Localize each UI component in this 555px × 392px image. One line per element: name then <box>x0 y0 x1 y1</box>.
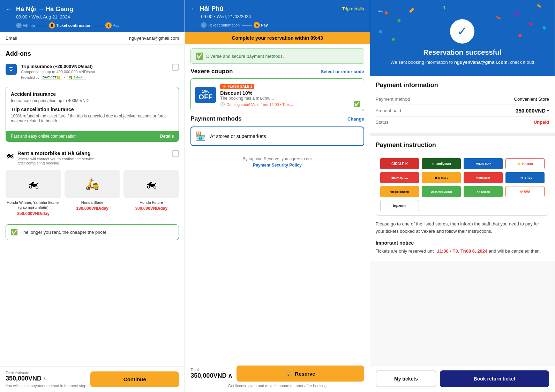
pm-title: Payment methods <box>190 115 241 122</box>
step-check-icon: ✓ <box>16 23 22 28</box>
fptshop-logo[interactable]: FPT Shop <box>505 172 545 183</box>
p2-total-label: Total <box>190 368 232 372</box>
p2-route-title: Hải Phú <box>200 5 338 13</box>
celebration-banner: ← ✓ Reservation successful We sent booki… <box>370 0 555 76</box>
p2-progress-steps: ✓ Ticket confirmation —— 6 Pay <box>201 22 364 28</box>
panel-success: ← ✓ Reservation successful We sent booki… <box>370 0 555 392</box>
motorbike-section: 🏍 Rent a motorbike at Hà Giang Vexere wi… <box>0 146 185 220</box>
pm-option[interactable]: 🏪 At stores or supermarkets <box>190 126 364 146</box>
tgdd-logo[interactable]: thegioididong <box>380 186 419 197</box>
pm-header: Payment methods Change <box>190 115 364 122</box>
panel1-footer: Total estimate 350,000VND ∧ You will sel… <box>0 366 185 392</box>
terms-prefix: By tapping Reserve, you agree to our <box>243 156 312 161</box>
important-notice-title: Important notice <box>376 240 549 246</box>
timer-clock-icon: 🕐 <box>220 102 225 107</box>
p2-back-arrow-icon[interactable]: ← <box>190 6 196 12</box>
insurance-desc: Compensation up to 400,000,000 VND/seat <box>21 70 168 74</box>
insurance-checkbox[interactable] <box>172 64 179 71</box>
p2-step-check-icon: ✓ <box>201 22 207 28</box>
pinst-title: Payment instruction <box>376 141 549 149</box>
trip-details-link[interactable]: Trip details <box>342 6 364 11</box>
terms-link[interactable]: Payment Security Policy <box>253 163 301 168</box>
continue-button[interactable]: Continue <box>90 371 179 387</box>
panel1-header: ← Hà Nội → Hà Giang 09:00 • Wed, Aug 21,… <box>0 0 185 32</box>
moto-price-2: 180.000VND/day <box>65 206 120 211</box>
success-description: We sent booking information to nguyenvan… <box>377 59 548 66</box>
reserve-lock-icon: 🔒 <box>285 370 292 377</box>
p2-header-top: ← Hải Phú Trip details <box>190 5 364 13</box>
coupon-desc: The booking has a maximu... <box>220 96 359 101</box>
panel-payment: ← Hải Phú Trip details 09:00 • Wed, 21/0… <box>185 0 370 392</box>
notice-time: 11:30 • T3, Th08 6, 2024 <box>437 248 487 254</box>
p2-step-ticket-label: Ticket confirmation <box>208 23 240 27</box>
addons-title: Add-ons <box>0 45 185 61</box>
moto-card-2: 🛵 Honda Blade 180.000VND/day <box>65 170 120 216</box>
insurance-icon: 🛡 <box>6 64 17 75</box>
payment-instruction-section: Payment instruction CIRCLE K ≡ FamilyMar… <box>370 136 555 260</box>
vinmart-logo[interactable]: ⭐ VinMart <box>505 158 545 169</box>
pi-status-label: Status <box>376 120 389 125</box>
coupon-header: Vexere coupon Select or enter code <box>190 68 364 75</box>
countdown-bar: Complete your reservation within 09:43 <box>185 32 369 44</box>
motorbike-info: 🏍 Rent a motorbike at Hà Giang Vexere wi… <box>6 150 94 165</box>
ministop-logo[interactable]: MINISTOP <box>464 158 503 169</box>
provider-label: Provided by <box>21 76 39 79</box>
p3-back-arrow-icon[interactable]: ← <box>377 7 384 15</box>
details-link[interactable]: Details <box>160 134 174 139</box>
pi-method-value: Convenient Store <box>514 97 549 102</box>
pi-status-value: Unpaid <box>534 120 549 125</box>
panel1-content: Add-ons 🛡 Trip insurance (+20.000VND/sea… <box>0 45 185 392</box>
payment-info-section: Payment information Payment method Conve… <box>370 76 555 136</box>
book-return-button[interactable]: Book return ticket <box>440 370 549 387</box>
reserve-label: Reserve <box>295 371 315 377</box>
pi-row-amount: Amount paid 350,000VND ▾ <box>376 105 549 117</box>
p2-step-num: 6 <box>254 22 260 28</box>
accident-desc: Insurance compensation up to 400M VND <box>11 98 174 103</box>
ankang-logo[interactable]: An Khang <box>464 186 503 197</box>
topzone-logo[interactable]: topzone <box>380 200 419 211</box>
saladin-logo: 🌿 Saladin <box>67 75 87 80</box>
my-tickets-button[interactable]: My tickets <box>376 370 436 387</box>
p2-price-caret: ∧ <box>228 372 232 379</box>
moto-name-2: Honda Blade <box>65 200 120 205</box>
success-desc-prefix: We sent booking information to <box>390 60 453 65</box>
coupon-percent: 10% <box>198 90 213 93</box>
email-value: nguyenvana@gmail.com <box>129 36 179 41</box>
circlek-logo[interactable]: CIRCLE K <box>380 158 419 169</box>
notice-text: Tickets are only reserved until 11:30 • … <box>376 248 549 255</box>
progress-steps: ✓ Fill info —— 6 Ticket confirmation —— … <box>16 22 179 29</box>
motorbike-title: Rent a motorbike at Hà Giang <box>17 150 94 156</box>
pi-amount-value: 350,000VND ▾ <box>516 108 549 114</box>
viettelpost-logo[interactable]: viettelpost <box>464 172 503 183</box>
panel3-footer: My tickets Book return ticket <box>370 365 555 392</box>
moto-grid: 🏍 Honda Winner, Yamaha Exciter (giao ngầ… <box>6 170 179 216</box>
reserve-button[interactable]: 🔒 Reserve <box>237 366 364 382</box>
accident-title: Accident insurance <box>11 91 174 97</box>
pm-label: At stores or supermarkets <box>210 133 266 139</box>
moto-icon: 🏍 <box>6 150 14 160</box>
step-fill-info: ✓ Fill info <box>16 23 35 28</box>
change-link[interactable]: Change <box>347 116 364 122</box>
p2-footer-note: Get license plate and driver's phone num… <box>190 384 364 388</box>
insurance-provider: Provided by BAOVIET🪙 × 🌿 Saladin <box>21 75 168 80</box>
panel2-header: ← Hải Phú Trip details 09:00 • Wed, 21/0… <box>185 0 369 32</box>
promo-text: The longer you rent, the cheaper the pri… <box>21 230 106 235</box>
aeonmall-logo[interactable]: ÆON MALL <box>380 172 419 183</box>
coupon-section: Vexere coupon Select or enter code 10% O… <box>185 68 369 115</box>
bsmart-logo[interactable]: B's mart <box>422 172 461 183</box>
coupon-card[interactable]: 10% OFF ⚡ FLASH SALE ℹ Discount 10% The … <box>190 78 364 111</box>
pi-method-label: Payment method <box>376 97 410 102</box>
ava-logo[interactable]: ☆ AVA <box>505 186 545 197</box>
familymart-logo[interactable]: ≡ FamilyMart <box>422 158 461 169</box>
motorbike-checkbox[interactable] <box>172 150 179 157</box>
select-code-link[interactable]: Select or enter code <box>321 69 364 74</box>
promo-box: ✅ The longer you rent, the cheaper the p… <box>6 224 179 240</box>
terms-text: By tapping Reserve, you agree to our Pay… <box>185 150 369 174</box>
step-dash-1: —— <box>37 23 47 28</box>
p2-price-value: 350,000VND <box>190 372 226 379</box>
back-arrow-icon[interactable]: ← <box>6 5 13 13</box>
store-logos-grid: CIRCLE K ≡ FamilyMart MINISTOP ⭐ VinMart… <box>376 154 549 216</box>
pinst-description: Please go to one of the listed stores, t… <box>376 221 549 235</box>
insurance-name: Trip insurance (+20.000VND/seat) <box>21 64 168 69</box>
bachhoaxanh-logo[interactable]: Bách hoá XANH <box>422 186 461 197</box>
